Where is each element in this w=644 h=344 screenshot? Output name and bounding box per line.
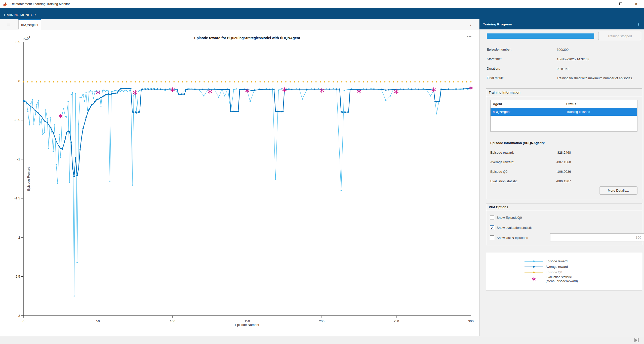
start-time-label: Start time: [487,57,502,61]
restore-button[interactable] [615,0,626,8]
title-bar: Reinforcement Learning Training Monitor … [0,0,644,8]
svg-text:-0.5: -0.5 [15,118,20,122]
ribbon-tab-training-monitor[interactable]: TRAINING MONITOR [0,11,39,19]
average-reward-label: Average reward: [490,160,514,164]
x-axis-label: Episode Number [23,323,471,327]
ribbon: TRAINING MONITOR [0,8,644,19]
collapse-panel-icon[interactable] [633,338,640,343]
show-last-n-episodes-checkbox[interactable] [490,235,494,240]
tab-overflow-menu-icon[interactable]: ⋮ [468,21,474,27]
svg-text:-2.5: -2.5 [15,275,20,278]
average-reward-value: -887.1568 [556,160,571,164]
svg-text:-3: -3 [17,314,20,318]
document-tab-strip: rlDQNAgent ⋮ [0,19,479,29]
plot-legend: Episode rewardAverage rewardEpisode Q0Ev… [486,253,642,290]
panel-body: Training stopped Episode number: 300/300… [479,29,644,336]
more-details-button[interactable]: More Details... [599,186,637,195]
status-bar [0,336,644,344]
table-empty-area [491,116,637,131]
episode-q0-value: -106.0036 [556,170,571,174]
legend-entry: Average reward [524,264,578,270]
plot-options-group: Plot Options Show EpisodeQ0 ✓ Show evalu… [486,203,642,245]
training-progress-panel: Training Progress ⋮ Training stopped Epi… [479,19,644,336]
episode-number-value: 300/300 [557,48,640,52]
progress-fill [487,33,594,39]
tab-rldqnagent[interactable]: rlDQNAgent [18,19,41,29]
asterisk-marker-icon [524,276,544,282]
figure-area: 0.50-0.5-1-1.5-2-2.5-3050100150200250300… [0,29,479,336]
duration-label: Duration: [487,67,500,70]
episode-reward-value: -828.2468 [556,151,571,154]
svg-text:-1: -1 [17,157,20,161]
panel-menu-icon[interactable]: ⋮ [637,22,640,26]
episode-information-title: Episode Information (rlDQNAgent): [490,141,545,145]
training-plot: 0.50-0.5-1-1.5-2-2.5-3050100150200250300… [0,29,479,336]
y-axis-label: Episode Reward [27,154,30,204]
legend-entry-label: Average reward [546,265,568,269]
final-result-value: Training finished with maximum number of… [557,76,640,80]
panel-header: Training Progress ⋮ [479,19,644,29]
show-evaluation-statistic-label: Show evaluation statistic [497,226,532,230]
last-n-episodes-input[interactable]: 300 [550,233,644,241]
training-progress-bar [487,33,594,39]
agent-column-header: Agent [491,100,564,108]
panel-title: Training Progress [483,22,512,26]
plot-options-title: Plot Options [486,203,642,211]
legend-entry-label: Episode Q0 [546,270,562,274]
agent-status-table: Agent Status rlDQNAgent Training finishe… [490,100,637,132]
svg-text:0: 0 [22,319,24,323]
legend-entry-label: Episode reward [546,259,568,263]
legend-entry-label: Evaluation statistic(MeanEpisodeReward) [546,275,578,283]
show-episodeq0-checkbox[interactable] [490,215,494,220]
show-last-n-episodes-option[interactable]: Show last N episodes 300 [490,235,528,240]
final-result-label: Final result: [487,76,504,80]
episode-number-label: Episode number: [487,48,511,51]
plot-title: Episode reward for rlQueuingStrategiesMo… [23,36,471,40]
line-dot-marker-icon [524,264,544,270]
svg-text:-1.5: -1.5 [15,196,20,200]
episode-reward-label: Episode reward: [490,151,514,154]
svg-text:100: 100 [170,319,175,323]
legend-entry: Evaluation statistic(MeanEpisodeReward) [524,275,578,283]
status-column-header: Status [564,102,637,106]
show-evaluation-statistic-option[interactable]: ✓ Show evaluation statistic [490,225,532,230]
close-button[interactable]: ✕ [630,0,642,8]
evaluation-statistic-label: Evaluation statistic: [490,179,518,183]
legend-entries: Episode rewardAverage rewardEpisode Q0Ev… [524,259,578,283]
svg-text:-2: -2 [17,236,20,239]
minimize-button[interactable] [597,0,609,8]
status-cell: Training finished [564,110,637,114]
show-evaluation-statistic-checkbox[interactable]: ✓ [490,225,494,230]
duration-value: 00:51:42 [557,67,640,71]
svg-text:150: 150 [245,319,250,323]
show-episodeq0-option[interactable]: Show EpisodeQ0 [490,215,522,220]
training-information-group: Training Information Agent Status rlDQNA… [486,89,642,199]
matlab-logo-icon [3,1,8,7]
training-stopped-button[interactable]: Training stopped [598,32,641,40]
show-last-n-episodes-label: Show last N episodes [497,236,528,240]
svg-text:0: 0 [18,79,20,83]
training-information-title: Training Information [486,89,642,96]
rl-training-monitor-window: Reinforcement Learning Training Monitor … [0,0,644,344]
panel-drag-handle-icon[interactable] [6,22,11,27]
episode-q0-label: Episode Q0: [490,170,508,174]
svg-text:0.5: 0.5 [16,40,20,44]
svg-text:300: 300 [468,319,474,323]
legend-entry: Episode reward [524,259,578,264]
axes-toolbar-more-icon[interactable]: ••• [467,34,472,39]
svg-text:50: 50 [96,319,100,323]
start-time-value: 18-Nov-2025 14:32:03 [557,57,640,62]
show-episodeq0-label: Show EpisodeQ0 [497,216,522,220]
table-header-row: Agent Status [491,100,637,108]
table-row[interactable]: rlDQNAgent Training finished [491,108,637,116]
svg-text:250: 250 [394,319,399,323]
agent-cell: rlDQNAgent [491,110,564,114]
line-dot-marker-icon [524,259,544,264]
evaluation-statistic-value: -886.1367 [556,179,571,183]
line-dot-marker-icon [524,270,544,275]
window-title: Reinforcement Learning Training Monitor [11,2,70,6]
svg-text:200: 200 [319,319,325,323]
legend-entry: Episode Q0 [524,270,578,275]
